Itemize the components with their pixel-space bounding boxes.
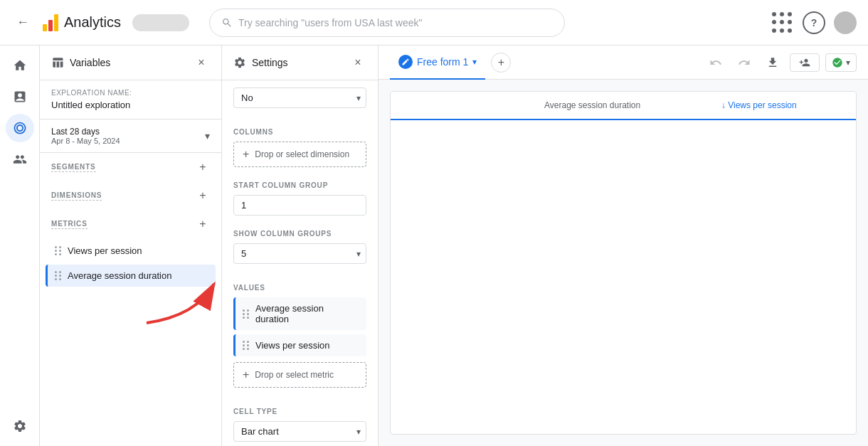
show-column-groups-dropdown[interactable]: 1234510	[233, 243, 366, 264]
data-area: Average session duration ↓ Views per ses…	[390, 91, 857, 435]
table-icon	[51, 56, 64, 69]
logo-icon	[43, 14, 58, 31]
settings-panel-close[interactable]: ×	[349, 54, 366, 71]
columns-drop-zone[interactable]: + Drop or select dimension	[233, 142, 366, 167]
metric-item-avg-session-duration[interactable]: Average session duration	[46, 265, 216, 287]
show-column-groups-label: SHOW COLUMN GROUPS	[233, 230, 366, 238]
value-item-views-per-session[interactable]: Views per session	[233, 334, 366, 356]
nav-audience[interactable]	[6, 145, 34, 174]
search-placeholder[interactable]: Try searching "users from USA last week"	[238, 17, 422, 28]
undo-button[interactable]	[704, 51, 727, 74]
columns-label: COLUMNS	[233, 128, 366, 136]
status-chevron-icon: ▾	[846, 58, 850, 68]
exploration-label: EXPLORATION NAME:	[51, 89, 210, 97]
nav-rail	[0, 46, 40, 446]
metrics-section: METRICS +	[40, 210, 221, 238]
show-column-groups-wrapper[interactable]: 1234510	[233, 243, 366, 264]
values-drop-text: Drop or select metric	[255, 370, 334, 380]
settings-icon	[233, 56, 246, 69]
values-drop-zone[interactable]: + Drop or select metric	[233, 362, 366, 388]
app-title: Analytics	[64, 14, 121, 31]
search-bar[interactable]: Try searching "users from USA last week"	[209, 9, 565, 37]
panels-wrapper: Variables × EXPLORATION NAME: Untitled e…	[40, 46, 379, 446]
variables-panel: Variables × EXPLORATION NAME: Untitled e…	[40, 46, 222, 446]
date-chevron-icon: ▾	[205, 130, 210, 142]
values-label: VALUES	[233, 284, 366, 292]
exploration-name[interactable]: Untitled exploration	[51, 100, 210, 110]
main-content: Free form 1 ▾ +	[379, 46, 868, 446]
segments-label: SEGMENTS	[51, 163, 96, 172]
dimensions-label: DIMENSIONS	[51, 191, 102, 201]
table-row-empty	[391, 120, 856, 333]
nav-home[interactable]	[6, 51, 34, 80]
apps-icon[interactable]	[771, 11, 794, 34]
metric-label: Average session duration	[68, 270, 171, 281]
tabs-actions: ▾	[704, 51, 857, 74]
exploration-section: EXPLORATION NAME: Untitled exploration	[40, 80, 221, 120]
status-button[interactable]: ▾	[825, 53, 857, 72]
plus-icon: +	[243, 368, 249, 381]
rows-dropdown-wrapper[interactable]: No Yes	[233, 87, 366, 108]
start-column-group-input[interactable]	[233, 195, 366, 216]
redo-button[interactable]	[733, 51, 756, 74]
settings-panel: Settings × No Yes COLUMNS	[222, 46, 379, 446]
variables-panel-title: Variables	[51, 56, 110, 69]
segments-section: SEGMENTS +	[40, 153, 221, 181]
segments-add-button[interactable]: +	[196, 160, 210, 174]
cell-type-wrapper[interactable]: Bar chart Heat map Plain text	[233, 421, 366, 442]
cell-type-dropdown[interactable]: Bar chart Heat map Plain text	[233, 421, 366, 442]
tab-label: Free form 1	[417, 56, 468, 68]
variables-panel-close[interactable]: ×	[193, 54, 210, 71]
dimensions-add-button[interactable]: +	[196, 189, 210, 203]
table-col-avg-session-duration[interactable]: Average session duration	[533, 92, 710, 120]
cell-type-label: CELL TYPE	[233, 408, 366, 415]
help-button[interactable]: ?	[803, 11, 825, 34]
tab-free-form-1[interactable]: Free form 1 ▾	[390, 46, 485, 80]
metric-item-views-per-session[interactable]: Views per session	[46, 240, 216, 262]
value-item-label: Views per session	[255, 340, 330, 351]
date-section[interactable]: Last 28 days Apr 8 - May 5, 2024 ▾	[40, 120, 221, 153]
rows-section: No Yes	[222, 80, 378, 115]
topbar-actions: ?	[771, 11, 857, 34]
dimensions-section: DIMENSIONS +	[40, 181, 221, 210]
drag-handle-icon	[243, 341, 250, 350]
drag-handle-icon	[55, 246, 62, 255]
app-layout: Variables × EXPLORATION NAME: Untitled e…	[0, 46, 868, 446]
date-label: Last 28 days	[51, 127, 120, 137]
table-head: Average session duration ↓ Views per ses…	[391, 92, 856, 120]
variables-panel-header: Variables ×	[40, 46, 221, 80]
add-tab-button[interactable]: +	[491, 53, 511, 73]
nav-settings[interactable]	[6, 412, 34, 440]
table-col-empty	[391, 92, 533, 120]
metric-label: Views per session	[68, 245, 142, 256]
tabs-bar: Free form 1 ▾ +	[379, 46, 868, 80]
settings-panel-header: Settings ×	[222, 46, 378, 80]
tab-chevron-icon: ▾	[472, 57, 477, 67]
value-item-label: Average session duration	[255, 303, 359, 324]
account-selector[interactable]	[132, 14, 189, 31]
table-col-views-per-session[interactable]: ↓ Views per session	[710, 92, 856, 120]
back-button[interactable]: ←	[11, 11, 34, 34]
nav-reports[interactable]	[6, 83, 34, 111]
show-column-groups-section: SHOW COLUMN GROUPS 1234510	[222, 223, 378, 271]
tab-icon	[398, 55, 413, 69]
search-icon	[221, 17, 233, 28]
value-item-avg-session-duration[interactable]: Average session duration	[233, 297, 366, 330]
topbar: ← Analytics Try searching "users from US…	[0, 0, 868, 46]
start-column-group-label: START COLUMN GROUP	[233, 181, 366, 189]
share-button[interactable]	[790, 53, 820, 72]
drag-handle-icon	[55, 271, 62, 280]
table-header-row: Average session duration ↓ Views per ses…	[391, 92, 856, 120]
metrics-add-button[interactable]: +	[196, 217, 210, 231]
columns-drop-text: Drop or select dimension	[255, 149, 349, 159]
drag-handle-icon	[243, 309, 250, 319]
nav-explore[interactable]	[6, 114, 34, 142]
user-avatar[interactable]	[834, 11, 857, 34]
rows-dropdown[interactable]: No Yes	[233, 87, 366, 108]
date-range: Apr 8 - May 5, 2024	[51, 137, 120, 145]
cell-type-section: CELL TYPE Bar chart Heat map Plain text	[222, 400, 378, 446]
metrics-label: METRICS	[51, 220, 88, 229]
table-body	[391, 120, 856, 333]
download-button[interactable]	[761, 51, 784, 74]
columns-section: COLUMNS + Drop or select dimension	[222, 121, 378, 174]
